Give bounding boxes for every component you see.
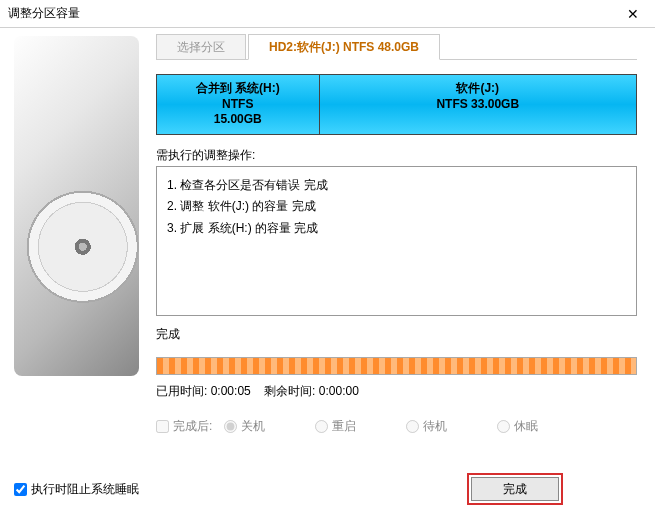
- remain-value: 0:00:00: [319, 384, 359, 398]
- tab-select-partition[interactable]: 选择分区: [156, 34, 246, 59]
- partition-right[interactable]: 软件(J:) NTFS 33.00GB: [320, 74, 637, 135]
- radio-shutdown-label: 关机: [241, 418, 265, 435]
- progress-bar: [156, 357, 637, 375]
- prevent-sleep-label: 执行时阻止系统睡眠: [31, 481, 139, 498]
- after-complete-checkbox[interactable]: [156, 420, 169, 433]
- radio-restart-label: 重启: [332, 418, 356, 435]
- bottom-bar: 执行时阻止系统睡眠 完成: [14, 473, 637, 505]
- close-icon[interactable]: ✕: [619, 6, 647, 22]
- elapsed-label: 已用时间:: [156, 384, 207, 398]
- operation-item: 2. 调整 软件(J:) 的容量 完成: [167, 196, 626, 218]
- main-panel: 选择分区 HD2:软件(J:) NTFS 48.0GB 合并到 系统(H:) N…: [150, 28, 655, 519]
- titlebar: 调整分区容量 ✕: [0, 0, 655, 28]
- hdd-illustration: DISKGENIUS: [14, 36, 139, 376]
- partition-left-size: 15.00GB: [161, 112, 315, 128]
- prevent-sleep-option[interactable]: 执行时阻止系统睡眠: [14, 481, 139, 498]
- partition-right-name: 软件(J:): [324, 81, 632, 97]
- window-title: 调整分区容量: [8, 5, 619, 22]
- operation-item: 1. 检查各分区是否有错误 完成: [167, 175, 626, 197]
- elapsed-value: 0:00:05: [211, 384, 251, 398]
- tab-bar: 选择分区 HD2:软件(J:) NTFS 48.0GB: [156, 34, 637, 60]
- radio-hibernate-label: 休眠: [514, 418, 538, 435]
- finish-button[interactable]: 完成: [471, 477, 559, 501]
- status-text: 完成: [156, 326, 637, 343]
- partition-left[interactable]: 合并到 系统(H:) NTFS 15.00GB: [156, 74, 320, 135]
- partition-left-name: 合并到 系统(H:): [161, 81, 315, 97]
- time-row: 已用时间: 0:00:05 剩余时间: 0:00:00: [156, 383, 637, 400]
- remain-label: 剩余时间:: [264, 384, 315, 398]
- content-area: DISKGENIUS 选择分区 HD2:软件(J:) NTFS 48.0GB 合…: [0, 28, 655, 519]
- radio-standby-label: 待机: [423, 418, 447, 435]
- radio-standby[interactable]: [406, 420, 419, 433]
- after-complete-row: 完成后: 关机 重启 待机 休眠: [156, 418, 637, 435]
- tab-current-partition[interactable]: HD2:软件(J:) NTFS 48.0GB: [248, 34, 440, 60]
- partition-diagram: 合并到 系统(H:) NTFS 15.00GB 软件(J:) NTFS 33.0…: [156, 74, 637, 135]
- operation-item: 3. 扩展 系统(H:) 的容量 完成: [167, 218, 626, 240]
- operations-header: 需执行的调整操作:: [156, 147, 637, 164]
- after-complete-label: 完成后:: [173, 418, 212, 435]
- radio-restart[interactable]: [315, 420, 328, 433]
- radio-shutdown[interactable]: [224, 420, 237, 433]
- finish-button-highlight: 完成: [467, 473, 563, 505]
- operations-list: 1. 检查各分区是否有错误 完成 2. 调整 软件(J:) 的容量 完成 3. …: [156, 166, 637, 316]
- radio-hibernate[interactable]: [497, 420, 510, 433]
- partition-right-fs-size: NTFS 33.00GB: [324, 97, 632, 113]
- partition-left-fs: NTFS: [161, 97, 315, 113]
- prevent-sleep-checkbox[interactable]: [14, 483, 27, 496]
- sidebar: DISKGENIUS: [0, 28, 150, 519]
